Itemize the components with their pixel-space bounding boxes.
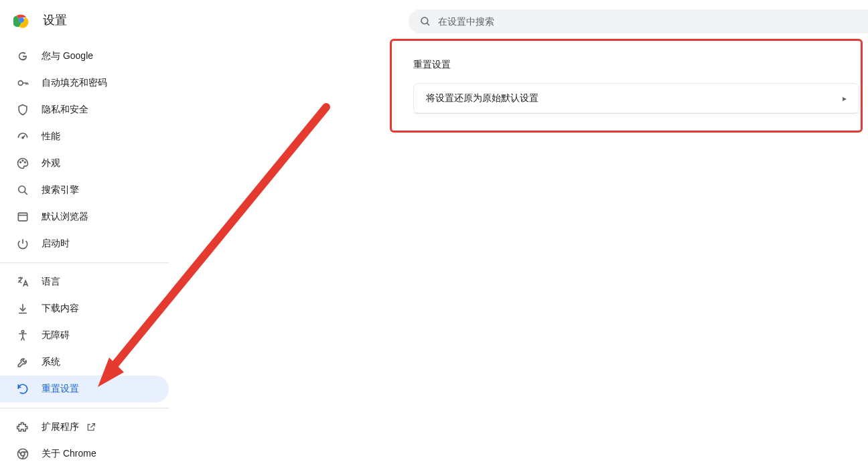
sidebar-item-label: 无障碍 (42, 329, 70, 341)
sidebar-item-about-chrome[interactable]: 关于 Chrome (0, 441, 169, 467)
svg-rect-12 (18, 213, 27, 221)
reset-settings-label: 将设置还原为原始默认设置 (426, 92, 843, 104)
sidebar-item-label: 外观 (42, 157, 60, 169)
svg-point-3 (421, 17, 428, 24)
search-bar-container (409, 9, 868, 33)
search-icon (419, 15, 431, 27)
sidebar-divider (0, 408, 169, 408)
sidebar-item-label: 性能 (42, 131, 60, 143)
sidebar-item-appearance[interactable]: 外观 (0, 150, 169, 177)
sidebar-item-label: 默认浏览器 (42, 211, 88, 223)
chrome-logo-icon (13, 12, 29, 28)
extension-icon (16, 420, 29, 434)
sidebar-item-performance[interactable]: 性能 (0, 123, 169, 150)
wrench-icon (16, 356, 29, 369)
accessibility-icon (16, 329, 29, 342)
svg-point-10 (19, 186, 25, 193)
sidebar-item-label: 扩展程序 (42, 421, 79, 433)
svg-point-14 (21, 331, 23, 333)
chevron-right-icon: ▸ (843, 94, 847, 103)
translate-icon (16, 275, 29, 289)
chrome-outline-icon (16, 447, 29, 461)
svg-point-5 (18, 81, 23, 86)
sidebar-item-label: 关于 Chrome (42, 448, 96, 460)
sidebar-item-you-and-google[interactable]: 您与 Google (0, 43, 169, 70)
sidebar-item-label: 隐私和安全 (42, 104, 88, 116)
sidebar-item-label: 启动时 (42, 238, 70, 250)
sidebar-item-label: 下载内容 (42, 303, 79, 315)
sidebar-item-accessibility[interactable]: 无障碍 (0, 322, 169, 349)
speedometer-icon (16, 130, 29, 143)
sidebar-item-languages[interactable]: 语言 (0, 268, 169, 295)
header: 设置 (0, 0, 174, 40)
sidebar-item-extensions[interactable]: 扩展程序 (0, 414, 169, 441)
sidebar-item-on-startup[interactable]: 启动时 (0, 230, 169, 257)
browser-window-icon (16, 210, 29, 224)
card-shadow (413, 112, 859, 115)
sidebar-item-reset[interactable]: 重置设置 (0, 376, 169, 402)
sidebar-item-label: 语言 (42, 276, 60, 288)
sidebar-item-search-engine[interactable]: 搜索引擎 (0, 177, 169, 204)
google-g-icon (16, 50, 29, 63)
sidebar-item-system[interactable]: 系统 (0, 349, 169, 376)
section-title-reset: 重置设置 (413, 59, 451, 71)
svg-point-7 (20, 162, 21, 163)
key-icon (16, 76, 29, 90)
search-bar[interactable] (409, 9, 868, 33)
sidebar-item-default-browser[interactable]: 默认浏览器 (0, 204, 169, 230)
external-link-icon (86, 422, 96, 432)
sidebar: 您与 Google 自动填充和密码 隐私和安全 性能 外观 (0, 43, 169, 467)
sidebar-divider (0, 262, 169, 263)
search-input[interactable] (438, 16, 706, 27)
shield-icon (16, 103, 29, 116)
sidebar-item-downloads[interactable]: 下载内容 (0, 295, 169, 322)
svg-line-11 (25, 192, 27, 195)
sidebar-item-label: 重置设置 (42, 383, 79, 395)
power-icon (16, 237, 29, 250)
reset-settings-row[interactable]: 将设置还原为原始默认设置 ▸ (413, 83, 859, 114)
download-icon (16, 302, 29, 315)
page-title: 设置 (43, 12, 67, 28)
palette-icon (16, 157, 29, 170)
sidebar-item-label: 系统 (42, 356, 60, 368)
reset-icon (16, 382, 29, 396)
sidebar-item-label: 搜索引擎 (42, 184, 79, 196)
svg-point-8 (22, 160, 23, 161)
sidebar-item-label: 自动填充和密码 (42, 77, 107, 89)
search-icon (16, 183, 29, 197)
svg-line-4 (427, 23, 429, 25)
sidebar-item-privacy[interactable]: 隐私和安全 (0, 96, 169, 123)
svg-point-6 (22, 137, 23, 139)
sidebar-item-autofill[interactable]: 自动填充和密码 (0, 70, 169, 96)
svg-point-9 (25, 162, 26, 163)
sidebar-item-label: 您与 Google (42, 50, 93, 62)
